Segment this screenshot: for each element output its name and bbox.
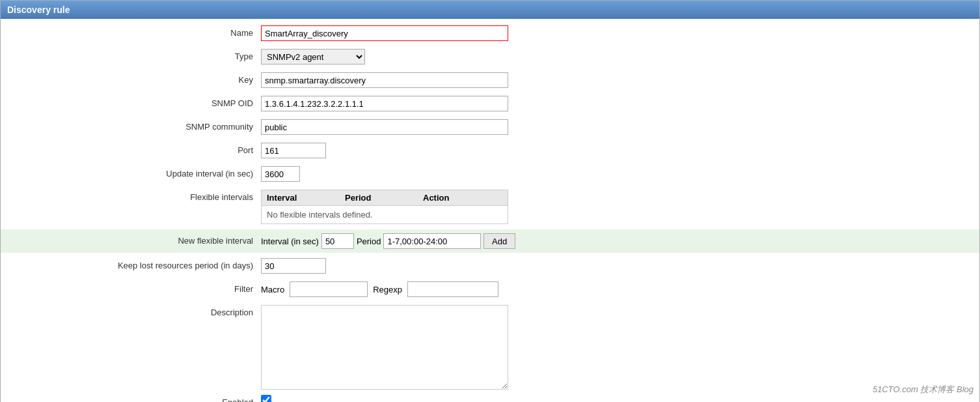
description-row: Description xyxy=(1,305,979,390)
flexible-table-header: Interval Period Action xyxy=(262,190,508,206)
watermark: 51CTO.com 技术博客 Blog xyxy=(873,384,973,395)
snmp-oid-input[interactable] xyxy=(261,96,508,111)
enabled-checkbox[interactable] xyxy=(261,395,271,402)
enabled-checkbox-wrap xyxy=(261,395,271,402)
key-label: Key xyxy=(1,72,261,85)
flexible-table-empty: No flexible intervals defined. xyxy=(262,206,508,223)
filter-row: Filter Macro Regexp xyxy=(1,281,979,300)
regexp-label: Regexp xyxy=(373,285,402,294)
macro-input[interactable] xyxy=(290,281,368,297)
snmp-community-row: SNMP community xyxy=(1,119,979,137)
description-field xyxy=(261,305,979,390)
type-label: Type xyxy=(1,49,261,61)
snmp-community-input[interactable] xyxy=(261,119,508,135)
interval-value-input[interactable] xyxy=(321,233,354,249)
keep-lost-input[interactable] xyxy=(261,258,326,274)
port-label: Port xyxy=(1,143,261,155)
key-row: Key xyxy=(1,72,979,91)
port-input[interactable] xyxy=(261,143,326,158)
keep-lost-row: Keep lost resources period (in days) xyxy=(1,258,979,276)
col-period-header: Period xyxy=(345,193,423,203)
enabled-row: Enabled xyxy=(1,395,979,402)
discovery-rule-window: Discovery rule Name Type Zabbix agent SN… xyxy=(0,0,980,402)
snmp-oid-row: SNMP OID xyxy=(1,96,979,114)
col-action-header: Action xyxy=(423,193,488,203)
new-flexible-interval-field: Interval (in sec) Period Add xyxy=(261,233,979,249)
window-title: Discovery rule xyxy=(1,1,979,19)
enabled-field xyxy=(261,395,979,402)
update-interval-row: Update interval (in sec) xyxy=(1,166,979,184)
add-button[interactable]: Add xyxy=(483,233,515,249)
flexible-intervals-row: Flexible intervals Interval Period Actio… xyxy=(1,190,979,224)
name-field xyxy=(261,25,979,41)
flexible-intervals-label: Flexible intervals xyxy=(1,190,261,202)
type-row: Type Zabbix agent SNMPv2 agent SNMPv1 ag… xyxy=(1,49,979,67)
update-interval-field xyxy=(261,166,979,182)
period-text-label: Period xyxy=(357,237,381,246)
period-value-input[interactable] xyxy=(383,233,481,249)
flexible-intervals-table: Interval Period Action No flexible inter… xyxy=(261,190,508,224)
filter-field: Macro Regexp xyxy=(261,281,979,297)
snmp-oid-field xyxy=(261,96,979,111)
keep-lost-label: Keep lost resources period (in days) xyxy=(1,258,261,270)
update-interval-label: Update interval (in sec) xyxy=(1,166,261,179)
filter-label: Filter xyxy=(1,281,261,294)
col-interval-header: Interval xyxy=(267,193,345,203)
description-textarea[interactable] xyxy=(261,305,508,390)
type-select[interactable]: Zabbix agent SNMPv2 agent SNMPv1 agent S… xyxy=(261,49,365,65)
new-flexible-interval-row: New flexible interval Interval (in sec) … xyxy=(1,229,979,253)
snmp-community-label: SNMP community xyxy=(1,119,261,132)
type-field: Zabbix agent SNMPv2 agent SNMPv1 agent S… xyxy=(261,49,979,65)
description-label: Description xyxy=(1,305,261,317)
name-row: Name xyxy=(1,25,979,44)
new-flexible-interval-label: New flexible interval xyxy=(1,233,261,246)
name-input[interactable] xyxy=(261,25,508,41)
form-body: Name Type Zabbix agent SNMPv2 agent SNMP… xyxy=(1,19,979,402)
update-interval-input[interactable] xyxy=(261,166,300,182)
interval-in-sec-label: Interval (in sec) xyxy=(261,237,319,246)
keep-lost-field xyxy=(261,258,979,274)
port-field xyxy=(261,143,979,158)
key-field xyxy=(261,72,979,88)
snmp-oid-label: SNMP OID xyxy=(1,96,261,108)
enabled-label: Enabled xyxy=(1,395,261,402)
port-row: Port xyxy=(1,143,979,161)
flexible-intervals-field: Interval Period Action No flexible inter… xyxy=(261,190,979,224)
snmp-community-field xyxy=(261,119,979,135)
macro-label: Macro xyxy=(261,285,284,294)
name-label: Name xyxy=(1,25,261,38)
regexp-input[interactable] xyxy=(407,281,498,297)
key-input[interactable] xyxy=(261,72,508,88)
filter-inputs: Macro Regexp xyxy=(261,281,498,297)
